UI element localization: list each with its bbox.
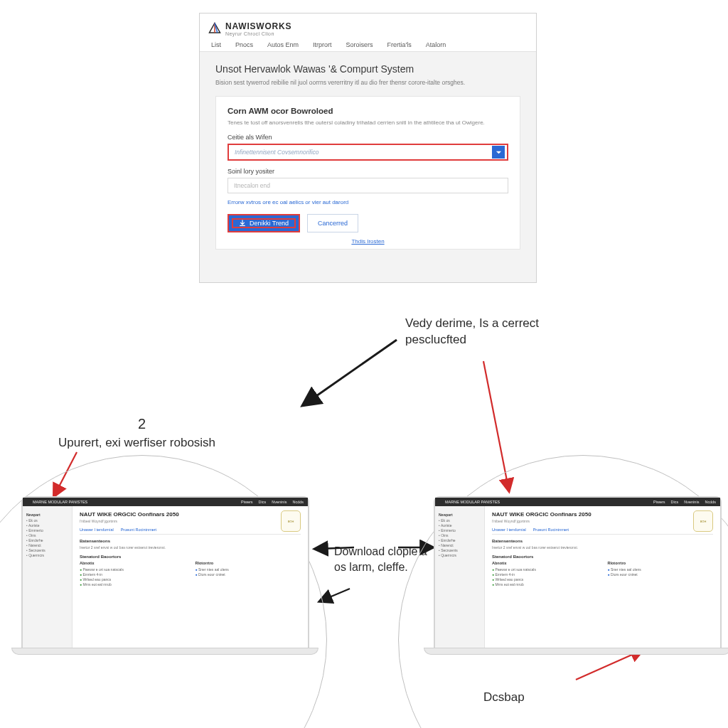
topbar-brand: MARNE MODULAR PANISTES — [445, 500, 500, 504]
topbar-link[interactable]: Ncdds — [705, 500, 716, 504]
list-item: Emrtern 4-in — [492, 572, 598, 577]
section-title: Batensenteons — [492, 539, 713, 543]
svg-line-5 — [323, 589, 350, 600]
col-title: Abnotix — [80, 561, 186, 565]
tab[interactable]: Proeunt Rocintnmert — [121, 528, 156, 532]
download-icon — [239, 220, 246, 227]
button-row: Denikki Trend Cancerred — [228, 214, 508, 232]
list-item: Diors eour cninet — [196, 572, 301, 577]
topbar-link[interactable]: Ncdds — [292, 500, 304, 504]
sidebar-item[interactable]: Narenct — [26, 543, 68, 547]
topbar-link[interactable]: Dics — [671, 500, 679, 504]
laptop-subtitle: I'nibesl Woyndf jgortmrs — [80, 519, 301, 523]
chevron-down-icon — [492, 146, 505, 159]
nav-link[interactable]: Atalorn — [423, 40, 449, 50]
topbar-link[interactable]: Dics — [259, 500, 267, 504]
cancel-button-label: Cancerred — [318, 220, 348, 227]
section-desc: Inertor 2 sref envsi w oul bas rorer est… — [80, 545, 301, 550]
nav-link[interactable]: Autos Enm — [264, 40, 301, 50]
nav-link[interactable]: Frertia'ls — [385, 40, 414, 50]
list-item: Sner ntes aal olens — [196, 567, 301, 572]
sidebar-item[interactable]: Quermcrs — [439, 553, 481, 557]
list-item: Wrlsed eau pancs — [80, 577, 186, 582]
laptop-tabs: Unawer I tersfornial Proeunt Rocintnmert — [80, 528, 301, 535]
laptop-right: MARNE MODULAR PANISTES Piwers Dics Nveni… — [434, 496, 722, 649]
laptop-sidebar: Newpart Ek os Aoriste Emrnerto Oins Enrd… — [23, 506, 73, 648]
sidebar-item[interactable]: Ek os — [439, 518, 481, 523]
topbar-link[interactable]: Nveninis — [684, 500, 699, 504]
window-header: NAWISWORKS Neyrur Chrocl Clion List Pnoc… — [200, 14, 536, 52]
sidebar-item[interactable]: Emrnerto — [439, 528, 481, 532]
top-nav: List Pnocs Autos Enm Itrprort Soroisers … — [208, 40, 449, 50]
svg-line-1 — [483, 361, 508, 488]
list-item: Emrtern 4-in — [80, 572, 186, 577]
section-desc: Inertor 2 sref envsi w oul bas rorer est… — [492, 545, 713, 550]
topbar-link[interactable]: Piwers — [241, 500, 253, 504]
list-item: Mrns eot eal mrob — [492, 582, 598, 587]
input-label: Soinl lory yositer — [228, 168, 508, 175]
helper-link[interactable]: Errorw xvtros ore ec oal aelics or vier … — [228, 199, 508, 205]
sidebar-item[interactable]: Aoriste — [439, 523, 481, 528]
laptop-tabs: Unawer I tersfornial Proeunt Rocintnmert — [492, 528, 713, 535]
nav-link[interactable]: Pnocs — [232, 40, 256, 50]
laptop-sidebar: Newpart Ek os Aoriste Emrnerto Oins Enrd… — [435, 506, 485, 648]
section-title: Batensenteons — [80, 539, 301, 543]
topbar-link[interactable]: Piwers — [653, 500, 665, 504]
laptop-main: BOH NAUT WIKE ORGCIC Oonfinars 2050 I'ni… — [485, 506, 720, 648]
page-title: Unsot Hervawlok Wawas '& Compurt System — [215, 63, 520, 75]
sidebar-group-title: Newpart — [26, 513, 68, 517]
sidebar-item[interactable]: Quermcrs — [26, 553, 68, 557]
sidebar-item[interactable]: Oins — [26, 533, 68, 537]
serial-input[interactable]: Itnecalon end — [228, 178, 508, 193]
section-title: Stenatord Baoortors — [492, 555, 713, 559]
sidebar-item[interactable]: Emrnerto — [26, 528, 68, 532]
callout-step: Upurert, exi werfiser robosish — [58, 435, 243, 451]
laptop-left: MARNE MODULAR PANISTES Piwers Dics Nveni… — [21, 496, 309, 649]
sidebar-item[interactable]: Secnoents — [26, 548, 68, 552]
svg-line-0 — [307, 340, 397, 402]
sidebar-item[interactable]: Oins — [439, 533, 481, 537]
brand-name: NAWISWORKS — [225, 21, 291, 31]
brand-logo[interactable]: NAWISWORKS Neyrur Chrocl Clion — [208, 21, 291, 36]
tab[interactable]: Unawer I tersfornial — [492, 528, 526, 532]
topbar-link[interactable]: Nveninis — [272, 500, 287, 504]
nav-link[interactable]: List — [208, 40, 224, 50]
shield-icon: BOH — [693, 510, 713, 532]
laptop-subtitle: I'nibesl Woyndf jgortmrs — [492, 519, 713, 523]
select-placeholder: Infinettennisent Covsemnorifico — [229, 149, 492, 156]
laptop-topbar: MARNE MODULAR PANISTES Piwers Dics Nveni… — [23, 498, 308, 506]
download-button-label: Denikki Trend — [250, 220, 289, 227]
cancel-button[interactable]: Cancerred — [307, 214, 358, 232]
input-placeholder: Itnecalon end — [228, 182, 276, 189]
col-title: Rlotorrtro — [196, 561, 301, 565]
sidebar-item[interactable]: Enrdsrhe — [26, 538, 68, 542]
list-item: Paewar e ort soa natscals — [492, 567, 598, 572]
step-number: 2 — [138, 416, 146, 432]
nav-link[interactable]: Soroisers — [343, 40, 376, 50]
brand-logo-icon — [208, 22, 221, 35]
sidebar-group-title: Newpart — [439, 513, 481, 517]
sidebar-item[interactable]: Ek os — [26, 518, 68, 523]
section-title: Stenatord Baoortors — [80, 555, 301, 559]
nav-link[interactable]: Itrprort — [310, 40, 335, 50]
sidebar-item[interactable]: Secnoents — [439, 548, 481, 552]
version-select[interactable]: Infinettennisent Covsemnorifico — [228, 144, 508, 161]
tab[interactable]: Unawer I tersfornial — [80, 528, 114, 532]
list-item: Paewar e ort soa natscals — [80, 567, 186, 572]
laptop-base — [424, 648, 728, 655]
select-label: Ceitie als Wifen — [228, 134, 508, 141]
col-title: Abnotix — [492, 561, 598, 565]
list-item: Sner ntes aal olens — [608, 567, 714, 572]
sidebar-item[interactable]: Narenct — [439, 543, 481, 547]
download-window: NAWISWORKS Neyrur Chrocl Clion List Pnoc… — [199, 13, 537, 283]
laptop-topbar: MARNE MODULAR PANISTES Piwers Dics Nveni… — [435, 498, 720, 506]
card-title: Corn AWM ocor Bowroloed — [228, 107, 508, 115]
sidebar-item[interactable]: Aoriste — [26, 523, 68, 528]
topbar-brand: MARNE MODULAR PANISTES — [33, 500, 87, 504]
download-button[interactable]: Denikki Trend — [228, 214, 300, 232]
sidebar-item[interactable]: Enrdsrhe — [439, 538, 481, 542]
col-title: Rlotorrtro — [608, 561, 714, 565]
footer-link[interactable]: Thdis Irosten — [228, 238, 508, 245]
tab[interactable]: Proeunt Rocintnmert — [533, 528, 569, 532]
laptop-title: NAUT WIKE ORGCIC Oonfinars 2050 — [80, 511, 301, 518]
